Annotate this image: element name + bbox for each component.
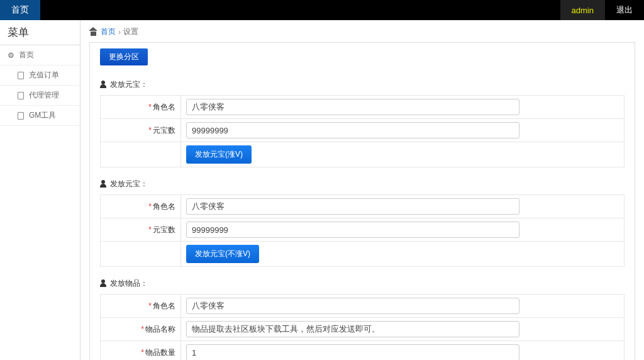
field-cell [181, 119, 625, 142]
form-table: *角色名*元宝数发放元宝(不涨V) [100, 194, 625, 267]
sidebar: 菜单 ⚙ 首页 充值订单 代理管理 GM工具 [0, 20, 80, 360]
table-row: *角色名 [101, 295, 625, 318]
sidebar-item-home[interactable]: ⚙ 首页 [0, 45, 80, 65]
submit-button[interactable]: 发放元宝(涨V) [186, 145, 252, 164]
topbar-user[interactable]: admin [560, 0, 605, 20]
field-label: *物品数量 [101, 341, 181, 361]
table-row: *元宝数 [101, 218, 625, 242]
section-title: 发放元宝： [110, 179, 148, 189]
sidebar-title: 菜单 [0, 20, 80, 45]
document-icon [18, 72, 25, 79]
required-star: * [148, 202, 152, 211]
topbar-home-tab[interactable]: 首页 [0, 0, 40, 20]
sidebar-item-label: GM工具 [29, 110, 56, 121]
section-title: 发放元宝： [110, 79, 148, 90]
required-star: * [141, 348, 144, 357]
form-table: *角色名*元宝数发放元宝(涨V) [100, 95, 625, 167]
person-icon [100, 281, 106, 287]
required-star: * [148, 126, 152, 135]
field-label-text: 物品数量 [145, 348, 175, 357]
sidebar-sublist: 充值订单 代理管理 GM工具 [0, 65, 80, 126]
field-label-text: 元宝数 [153, 225, 175, 234]
required-star: * [141, 325, 144, 334]
topbar-spacer [40, 0, 560, 20]
table-row: *元宝数 [101, 119, 625, 142]
sidebar-item-label: 首页 [19, 50, 34, 60]
text-input[interactable] [186, 321, 519, 337]
gear-icon: ⚙ [8, 51, 15, 60]
field-label: *角色名 [101, 295, 181, 318]
field-cell: 发放元宝(不涨V) [181, 242, 625, 267]
sidebar-item-label: 充值订单 [29, 70, 59, 81]
sidebar-item-label: 代理管理 [29, 90, 59, 101]
required-star: * [148, 301, 152, 310]
topbar-logout[interactable]: 退出 [605, 0, 644, 20]
field-label [101, 142, 181, 167]
field-label: *元宝数 [101, 119, 181, 142]
field-label: *角色名 [101, 195, 181, 218]
person-icon [100, 181, 106, 188]
field-label-text: 角色名 [153, 202, 175, 211]
form-table: *角色名*物品名称*物品数量发放物品 [100, 294, 625, 360]
breadcrumb-home-link[interactable]: 首页 [101, 26, 116, 37]
table-row: *物品数量 [101, 341, 625, 361]
section-title: 发放物品： [110, 278, 148, 289]
field-cell [181, 96, 625, 119]
breadcrumb-current: 设置 [123, 26, 138, 37]
main-content: 首页 › 设置 更换分区 发放元宝：*角色名*元宝数发放元宝(涨V)发放元宝：*… [80, 20, 644, 360]
document-icon [18, 92, 25, 99]
document-icon [18, 112, 25, 120]
field-label: *元宝数 [101, 218, 181, 242]
field-cell [181, 318, 625, 341]
table-row: *角色名 [101, 195, 625, 218]
field-cell [181, 195, 625, 218]
sidebar-item-agent[interactable]: 代理管理 [0, 86, 80, 106]
change-zone-button[interactable]: 更换分区 [100, 48, 148, 65]
required-star: * [148, 103, 152, 111]
sidebar-item-recharge[interactable]: 充值订单 [0, 65, 80, 86]
text-input[interactable] [186, 99, 519, 115]
field-cell [181, 295, 625, 318]
field-label-text: 角色名 [153, 103, 175, 111]
home-icon [89, 28, 98, 36]
sidebar-item-gmtools[interactable]: GM工具 [0, 106, 80, 126]
person-icon [100, 82, 106, 88]
table-row: 发放元宝(不涨V) [101, 242, 625, 267]
text-input[interactable] [186, 122, 519, 138]
field-cell: 发放元宝(涨V) [181, 142, 625, 167]
breadcrumb: 首页 › 设置 [89, 26, 635, 37]
field-label-text: 元宝数 [153, 126, 175, 135]
table-row: *物品名称 [101, 318, 625, 341]
required-star: * [148, 225, 152, 234]
text-input[interactable] [186, 222, 519, 238]
field-label-text: 角色名 [153, 301, 175, 310]
text-input[interactable] [186, 344, 519, 360]
submit-button[interactable]: 发放元宝(不涨V) [186, 245, 259, 263]
field-label-text: 物品名称 [145, 325, 175, 334]
topbar: 首页 admin 退出 [0, 0, 644, 20]
text-input[interactable] [186, 298, 519, 314]
text-input[interactable] [186, 198, 519, 215]
field-label: *角色名 [101, 96, 181, 119]
section-head: 发放物品： [100, 278, 625, 289]
section-head: 发放元宝： [100, 79, 625, 90]
field-label [101, 242, 181, 267]
breadcrumb-separator: › [118, 28, 121, 37]
table-row: *角色名 [101, 96, 625, 119]
table-row: 发放元宝(涨V) [101, 142, 625, 167]
field-cell [181, 218, 625, 242]
field-label: *物品名称 [101, 318, 181, 341]
section-head: 发放元宝： [100, 179, 625, 189]
field-cell [181, 341, 625, 361]
card: 更换分区 发放元宝：*角色名*元宝数发放元宝(涨V)发放元宝：*角色名*元宝数发… [89, 42, 635, 360]
